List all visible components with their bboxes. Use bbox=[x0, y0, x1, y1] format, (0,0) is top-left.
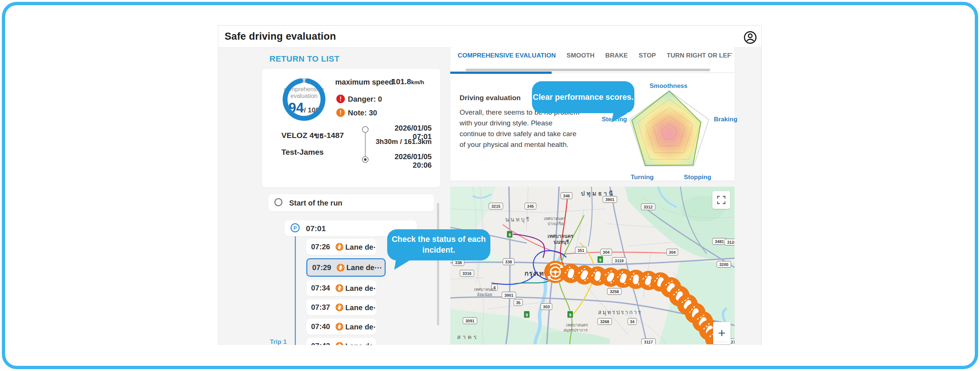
incident-label: Lane de⋯ bbox=[345, 303, 376, 312]
map-place-label: เทศบาลนคร bbox=[547, 233, 573, 239]
svg-text:3119: 3119 bbox=[615, 258, 624, 263]
svg-text:3200: 3200 bbox=[719, 262, 728, 267]
tab-comprehensive-evaluation[interactable]: COMPREHENSIVE EVALUATION bbox=[458, 52, 556, 59]
trip-timeline-graphic bbox=[361, 126, 370, 165]
zoom-divider bbox=[716, 342, 728, 342]
incident-label: Lane de⋯ bbox=[346, 263, 382, 272]
tooltip-tail bbox=[393, 259, 412, 271]
svg-text:304: 304 bbox=[603, 250, 610, 255]
radar-label-turning: Turning bbox=[624, 174, 661, 181]
tab-brake[interactable]: BRAKE bbox=[605, 52, 628, 59]
svg-text:9: 9 bbox=[509, 233, 511, 237]
return-to-list-link[interactable]: RETURN TO LIST bbox=[269, 54, 340, 64]
tooltip-check-incidents: Check the status of each incident. bbox=[387, 229, 490, 260]
radar-label-braking: Braking bbox=[714, 116, 737, 123]
svg-text:3901: 3901 bbox=[504, 293, 513, 298]
list-scrollbar[interactable] bbox=[437, 203, 439, 325]
svg-text:35: 35 bbox=[516, 301, 520, 305]
incident-row[interactable]: 07:40Lane de⋯ bbox=[306, 319, 376, 335]
tab-smooth[interactable]: SMOOTH bbox=[566, 52, 594, 59]
svg-text:3124: 3124 bbox=[727, 240, 735, 244]
map-place-label: เทศบาลนคร bbox=[544, 216, 566, 221]
road-badge: 3901 bbox=[603, 196, 617, 203]
max-speed-label: maximum speed bbox=[335, 78, 393, 86]
radar-label-stopping: Stopping bbox=[679, 174, 716, 181]
map-place-label: นนทบุรี bbox=[554, 239, 569, 245]
incident-time: 07:43 bbox=[311, 342, 330, 345]
incident-label: Lane de⋯ bbox=[345, 322, 376, 331]
incident-time: 07:37 bbox=[311, 303, 330, 312]
road-badge: 304 bbox=[667, 249, 678, 255]
account-icon[interactable] bbox=[743, 30, 757, 44]
road-badge: 3200 bbox=[717, 261, 731, 268]
svg-text:338: 338 bbox=[455, 260, 462, 265]
tab-scrollbar[interactable] bbox=[466, 69, 710, 71]
map-place-label: ปากเกร็ด bbox=[547, 221, 563, 226]
svg-text:9: 9 bbox=[569, 313, 571, 317]
road-badge: 3268 bbox=[598, 318, 612, 325]
road-badge: 338 bbox=[503, 258, 514, 265]
list-item-start-of-run[interactable]: Start of the run bbox=[268, 194, 434, 211]
incident-row[interactable]: 07:37Lane de⋯ bbox=[306, 300, 376, 316]
svg-text:345: 345 bbox=[527, 204, 534, 209]
road-badge: 3119 bbox=[612, 257, 626, 264]
incident-row-selected[interactable]: 07:29Lane de⋯ bbox=[306, 258, 386, 277]
svg-text:3268: 3268 bbox=[600, 319, 609, 324]
road-badge: 35 bbox=[514, 300, 522, 306]
map-place-label: นนทบุรี bbox=[505, 216, 530, 224]
map-place-label: สาคร bbox=[457, 334, 479, 340]
map-place-label: เทศบาลนคร bbox=[566, 323, 588, 327]
screenshot-root: Safe driving evaluation RETURN TO LIST c… bbox=[0, 0, 980, 371]
danger-count: Danger: 0 bbox=[348, 95, 382, 103]
departure-flag-icon: P bbox=[290, 223, 300, 234]
svg-text:34: 34 bbox=[630, 319, 635, 324]
fullscreen-icon bbox=[717, 196, 725, 204]
tab-bar: COMPREHENSIVE EVALUATIONSMOOTHBRAKESTOPT… bbox=[458, 52, 732, 59]
incident-time: 07:26 bbox=[311, 243, 330, 251]
incident-row[interactable]: 07:43Lane de⋯ bbox=[306, 338, 376, 345]
incident-list: 07:26Lane de⋯07:29Lane de⋯07:34Lane de⋯0… bbox=[306, 239, 391, 345]
road-badge: 303 bbox=[541, 303, 552, 310]
incident-time: 07:29 bbox=[312, 263, 331, 272]
tab-turn-right-or-left[interactable]: TURN RIGHT OR LEFT bbox=[667, 52, 732, 59]
road-badge: 3258 bbox=[607, 288, 621, 295]
incident-row[interactable]: 07:34Lane de⋯ bbox=[306, 280, 376, 296]
vehicle-name: VELOZ 4ขธ-1487 bbox=[282, 129, 344, 141]
svg-text:338: 338 bbox=[505, 260, 512, 264]
lane-departure-icon bbox=[335, 284, 344, 292]
map-fullscreen-button[interactable] bbox=[712, 191, 730, 209]
road-badge: 3901 bbox=[502, 292, 516, 298]
road-badge: 345 bbox=[525, 203, 536, 209]
tooltip-clear-performance: Clear performance scores. bbox=[532, 81, 635, 113]
svg-text:3117: 3117 bbox=[644, 340, 653, 344]
trip-end-time: 2026/01/05 20:06 bbox=[374, 152, 432, 170]
svg-text:303: 303 bbox=[543, 304, 550, 309]
map-place-label: เทศบาลนคร bbox=[474, 287, 496, 292]
svg-text:3215: 3215 bbox=[492, 204, 500, 209]
note-icon: ! bbox=[336, 108, 345, 117]
trip-label: Trip 1 bbox=[270, 338, 286, 345]
incident-row[interactable]: 07:26Lane de⋯ bbox=[306, 239, 376, 255]
svg-text:3901: 3901 bbox=[605, 197, 614, 202]
incident-label: Lane de⋯ bbox=[345, 243, 376, 252]
svg-text:351: 351 bbox=[578, 248, 584, 253]
danger-icon: ! bbox=[336, 95, 345, 103]
active-tab-indicator bbox=[450, 71, 552, 74]
road-badge: 304 bbox=[601, 249, 612, 255]
tab-stop[interactable]: STOP bbox=[639, 52, 656, 59]
motorway-badge: 9 bbox=[524, 311, 530, 318]
road-badge: 3316 bbox=[460, 270, 474, 276]
svg-text:9: 9 bbox=[526, 313, 528, 317]
svg-text:3316: 3316 bbox=[463, 271, 471, 276]
road-badge: 3117 bbox=[641, 339, 655, 344]
map-place-label: สมุทรปราการ bbox=[563, 328, 588, 333]
trip-duration-distance: 3h30m / 161.3km bbox=[374, 138, 432, 146]
road-badge: 34 bbox=[628, 318, 636, 325]
svg-text:3091: 3091 bbox=[466, 319, 474, 323]
svg-text:9: 9 bbox=[599, 258, 601, 262]
evaluation-body: Overall, there seems to be no problem wi… bbox=[460, 107, 581, 150]
svg-text:304: 304 bbox=[669, 250, 676, 255]
map-zoom-in-button[interactable]: + bbox=[713, 322, 730, 344]
circle-icon bbox=[274, 198, 283, 208]
route-map[interactable]: 3215345346390133123513043043119999934813… bbox=[450, 187, 735, 344]
